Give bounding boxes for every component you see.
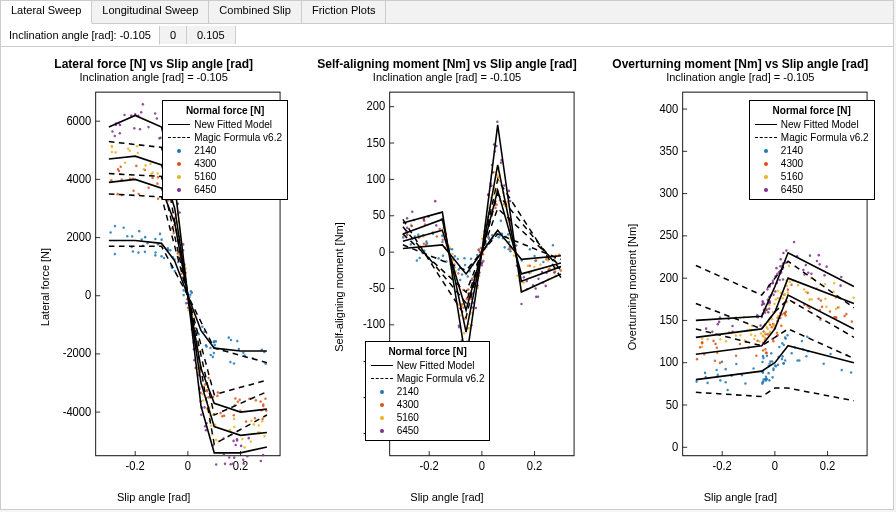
svg-point-240 — [243, 463, 245, 466]
svg-point-803 — [766, 327, 768, 330]
svg-point-546 — [435, 224, 437, 227]
svg-point-349 — [437, 257, 439, 260]
axes-box[interactable]: Overturning moment [Nm]-0.200.2050100150… — [638, 85, 873, 489]
svg-point-34 — [169, 249, 171, 252]
svg-point-881 — [763, 303, 765, 306]
svg-point-693 — [761, 382, 763, 385]
svg-point-286 — [154, 112, 156, 115]
svg-point-78 — [210, 354, 212, 357]
svg-point-645 — [770, 352, 772, 355]
svg-point-75 — [191, 291, 193, 294]
tab-lateral-sweep[interactable]: Lateral Sweep — [1, 1, 92, 24]
svg-point-133 — [208, 377, 210, 380]
svg-point-38 — [161, 255, 163, 258]
legend-entry: Magic Formula v6.2 — [755, 131, 869, 144]
svg-point-166 — [215, 439, 217, 442]
svg-point-377 — [461, 273, 463, 276]
legend-entry: 4300 — [371, 398, 485, 411]
svg-point-632 — [829, 353, 831, 356]
svg-point-722 — [716, 347, 718, 350]
svg-point-796 — [787, 291, 789, 294]
svg-point-590 — [496, 120, 498, 123]
svg-point-536 — [520, 303, 522, 306]
svg-point-215 — [210, 424, 212, 427]
svg-point-810 — [750, 333, 752, 336]
svg-point-212 — [233, 426, 235, 429]
tab-longitudinal-sweep[interactable]: Longitudinal Sweep — [92, 1, 209, 23]
svg-text:50: 50 — [372, 209, 384, 221]
svg-point-88 — [131, 235, 133, 238]
svg-point-330 — [542, 261, 544, 264]
svg-point-369 — [499, 220, 501, 223]
svg-point-62 — [132, 250, 134, 253]
svg-point-370 — [459, 279, 461, 282]
svg-point-448 — [559, 269, 561, 272]
svg-point-892 — [782, 278, 784, 281]
svg-point-220 — [143, 168, 145, 171]
svg-point-667 — [735, 363, 737, 366]
svg-point-642 — [766, 355, 768, 358]
plot-title: Lateral force [N] vs Slip angle [rad] — [54, 57, 253, 71]
svg-point-883 — [772, 279, 774, 282]
svg-point-42 — [233, 362, 235, 365]
svg-point-662 — [724, 368, 726, 371]
inclination-bar: Inclination angle [rad]: -0.105 0 0.105 — [1, 24, 893, 47]
axes-box[interactable]: Lateral force [N]-0.200.2-4000-200002000… — [51, 85, 286, 489]
svg-point-544 — [537, 277, 539, 280]
svg-point-718 — [787, 288, 789, 291]
svg-point-346 — [469, 257, 471, 260]
svg-point-776 — [735, 334, 737, 337]
svg-point-564 — [536, 295, 538, 298]
svg-text:250: 250 — [660, 229, 679, 241]
svg-point-64 — [126, 235, 128, 238]
svg-point-827 — [701, 345, 703, 348]
svg-point-334 — [415, 259, 417, 262]
svg-point-531 — [539, 263, 541, 266]
svg-point-275 — [156, 117, 158, 120]
svg-point-189 — [124, 161, 126, 164]
tab-friction-plots[interactable]: Friction Plots — [302, 1, 387, 23]
svg-point-287 — [148, 126, 150, 129]
svg-point-427 — [487, 236, 489, 239]
svg-point-82 — [214, 344, 216, 347]
svg-point-650 — [841, 369, 843, 372]
svg-point-138 — [220, 412, 222, 415]
svg-text:200: 200 — [366, 100, 385, 112]
svg-point-50 — [138, 251, 140, 254]
svg-point-669 — [784, 337, 786, 340]
svg-point-141 — [216, 395, 218, 398]
svg-point-743 — [790, 283, 792, 286]
svg-text:2000: 2000 — [67, 231, 92, 243]
svg-point-150 — [157, 182, 159, 185]
svg-point-694 — [786, 334, 788, 337]
inclination-option-0105[interactable]: 0.105 — [187, 26, 236, 44]
svg-point-745 — [851, 320, 853, 323]
svg-point-232 — [233, 456, 235, 459]
svg-point-748 — [769, 323, 771, 326]
svg-point-860 — [711, 331, 713, 334]
axes-box[interactable]: Self-aligning moment [Nm]-0.200.2-250-20… — [345, 85, 580, 489]
svg-point-119 — [206, 390, 208, 393]
svg-point-910 — [809, 254, 811, 257]
svg-point-326 — [453, 255, 455, 258]
svg-point-209 — [150, 162, 152, 165]
svg-point-678 — [778, 346, 780, 349]
legend: Normal force [N]New Fitted ModelMagic Fo… — [365, 341, 491, 441]
plot-title: Self-aligning moment [Nm] vs Slip angle … — [317, 57, 576, 71]
inclination-option-0[interactable]: 0 — [160, 26, 187, 44]
svg-text:6000: 6000 — [67, 114, 92, 126]
svg-point-132 — [233, 414, 235, 417]
svg-point-426 — [435, 235, 437, 238]
tab-combined-slip[interactable]: Combined Slip — [209, 1, 302, 23]
svg-point-230 — [262, 454, 264, 457]
inclination-active[interactable]: Inclination angle [rad]: -0.105 — [1, 26, 160, 45]
svg-point-783 — [825, 306, 827, 309]
svg-point-129 — [245, 420, 247, 423]
svg-point-691 — [771, 360, 773, 363]
svg-point-390 — [497, 236, 499, 239]
svg-point-253 — [215, 463, 217, 466]
svg-point-646 — [790, 352, 792, 355]
svg-point-67 — [212, 356, 214, 359]
svg-point-97 — [157, 197, 159, 200]
svg-point-125 — [120, 166, 122, 169]
